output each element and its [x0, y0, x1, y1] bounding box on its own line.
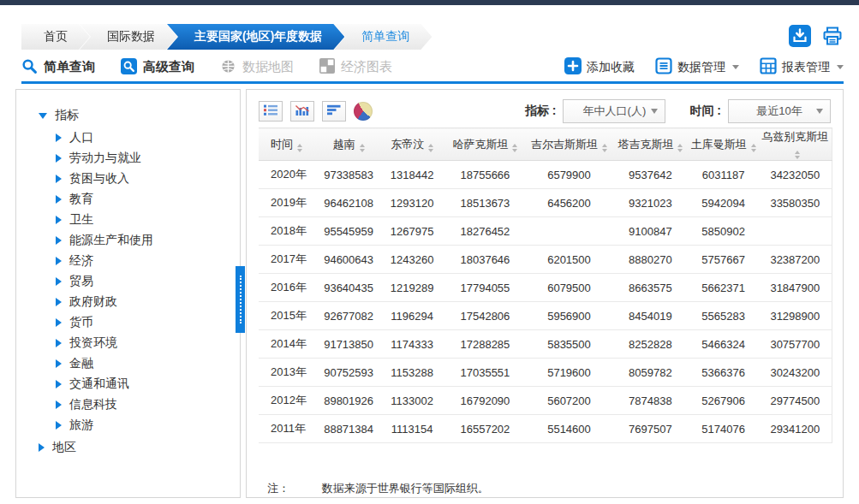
breadcrumb-label: 主要国家(地区)年度数据	[194, 29, 322, 44]
triangle-right-icon[interactable]	[56, 298, 62, 306]
triangle-right-icon[interactable]	[56, 277, 62, 286]
sidebar-item[interactable]: 贫困与收入	[16, 169, 240, 189]
column-header[interactable]: 塔吉克斯坦	[612, 128, 688, 161]
column-header[interactable]: 哈萨克斯坦	[444, 128, 526, 161]
caret-down-icon	[732, 65, 739, 69]
triangle-right-icon[interactable]	[56, 175, 62, 183]
column-header[interactable]: 乌兹别克斯坦	[759, 128, 832, 161]
triangle-right-icon[interactable]	[56, 154, 62, 163]
value-cell: 91713850	[318, 330, 379, 359]
indicator-filter-label: 指标 :	[525, 104, 557, 119]
breadcrumb-international-data[interactable]: 国际数据	[80, 24, 177, 50]
search-icon	[21, 58, 38, 77]
table-row: 2016年93640435121928917794055607950086635…	[259, 274, 832, 302]
add-favorite-button[interactable]: 添加收藏	[564, 57, 635, 77]
column-header[interactable]: 吉尔吉斯斯坦	[526, 128, 612, 161]
footnote-text: 数据来源于世界银行等国际组织。	[322, 482, 489, 495]
sidebar-item[interactable]: 金融	[16, 353, 240, 374]
sidebar-item[interactable]: 信息科技	[16, 394, 240, 415]
value-cell: 7697507	[612, 415, 688, 443]
indicator-select[interactable]: 年中人口(人)	[563, 99, 665, 123]
document-icon	[655, 57, 672, 77]
sidebar-item[interactable]: 卫生	[16, 210, 240, 230]
data-manage-button[interactable]: 数据管理	[655, 57, 739, 77]
column-label: 时间	[271, 138, 293, 151]
sidebar-item[interactable]: 贸易	[16, 271, 240, 292]
sidebar-root-indicators[interactable]: 指标	[16, 104, 240, 127]
sidebar-item[interactable]: 教育	[16, 189, 240, 210]
download-icon	[789, 25, 811, 50]
sort-icon[interactable]	[428, 144, 433, 152]
triangle-right-icon[interactable]	[56, 133, 62, 142]
caret-down-icon	[816, 109, 823, 114]
breadcrumb-simple-query[interactable]: 简单查询	[334, 24, 432, 50]
sidebar-item[interactable]: 劳动力与就业	[16, 148, 240, 169]
breadcrumb-home[interactable]: 首页	[21, 24, 90, 50]
table-row: 2012年89801926113300216792090560720078748…	[259, 387, 832, 415]
triangle-right-icon[interactable]	[56, 195, 62, 204]
triangle-right-icon[interactable]	[56, 421, 62, 430]
sort-icon[interactable]	[360, 144, 365, 152]
sidebar-item[interactable]: 货币	[16, 312, 240, 333]
bar-chart-view-button[interactable]	[290, 101, 314, 122]
triangle-right-icon[interactable]	[56, 380, 62, 388]
value-cell: 5757667	[689, 246, 759, 274]
list-view-icon	[263, 104, 278, 119]
sidebar-item[interactable]: 投资环境	[16, 333, 240, 353]
triangle-right-icon[interactable]	[56, 359, 62, 368]
manage-tools: 添加收藏 数据管理 报表管理	[544, 57, 844, 77]
value-cell: 8059782	[612, 359, 688, 387]
value-cell: 7874838	[612, 387, 688, 415]
triangle-right-icon[interactable]	[56, 216, 62, 224]
value-cell: 1219289	[379, 274, 444, 302]
column-header[interactable]: 越南	[318, 128, 379, 161]
time-select[interactable]: 最近10年	[728, 99, 831, 123]
triangle-right-icon[interactable]	[39, 443, 45, 452]
value-cell: 5267906	[689, 387, 759, 415]
add-favorite-label: 添加收藏	[587, 60, 635, 75]
sidebar-root-region[interactable]: 地区	[16, 436, 240, 460]
value-cell: 9321023	[612, 189, 688, 217]
triangle-right-icon[interactable]	[56, 257, 62, 265]
triangle-down-icon[interactable]	[39, 113, 47, 119]
panel-splitter[interactable]	[236, 266, 245, 333]
sidebar-item[interactable]: 政府财政	[16, 292, 240, 312]
triangle-right-icon[interactable]	[56, 236, 62, 245]
sort-icon[interactable]	[512, 144, 517, 152]
sort-icon[interactable]	[677, 144, 683, 152]
table-grid-icon	[760, 57, 777, 77]
sidebar-item[interactable]: 交通和通讯	[16, 374, 240, 394]
triangle-right-icon[interactable]	[56, 318, 62, 327]
value-cell: 6456200	[526, 189, 612, 217]
sort-icon[interactable]	[751, 144, 756, 152]
value-cell: 6201500	[526, 246, 612, 274]
value-cell: 5835500	[526, 330, 612, 359]
sort-icon[interactable]	[795, 151, 800, 159]
triangle-right-icon[interactable]	[56, 339, 62, 347]
triangle-right-icon[interactable]	[56, 400, 62, 409]
download-button[interactable]	[789, 26, 811, 48]
sidebar-item[interactable]: 人口	[16, 127, 240, 148]
report-manage-button[interactable]: 报表管理	[760, 57, 844, 77]
sidebar-item[interactable]: 旅游	[16, 415, 240, 436]
list-view-button[interactable]	[259, 101, 283, 122]
value-cell: 90752593	[318, 359, 379, 387]
sort-icon[interactable]	[297, 144, 302, 152]
column-header[interactable]: 东帝汶	[379, 128, 444, 161]
column-header[interactable]: 时间	[259, 128, 318, 161]
value-cell: 18037646	[444, 246, 526, 274]
value-cell: 29774500	[759, 387, 832, 415]
sidebar-item[interactable]: 能源生产和使用	[16, 230, 240, 251]
advanced-query-button[interactable]: 高级查询	[121, 58, 194, 77]
hbar-view-button[interactable]	[322, 101, 346, 122]
value-cell: 5719600	[526, 359, 612, 387]
print-button[interactable]	[821, 26, 844, 48]
time-select-value: 最近10年	[756, 104, 802, 119]
year-cell: 2012年	[259, 387, 318, 415]
pie-view-button[interactable]	[354, 102, 373, 121]
value-cell: 1196294	[379, 302, 444, 330]
column-header[interactable]: 土库曼斯坦	[689, 128, 759, 161]
sidebar-item[interactable]: 经济	[16, 251, 240, 271]
sort-icon[interactable]	[602, 144, 607, 152]
simple-query-button[interactable]: 简单查询	[21, 58, 95, 77]
